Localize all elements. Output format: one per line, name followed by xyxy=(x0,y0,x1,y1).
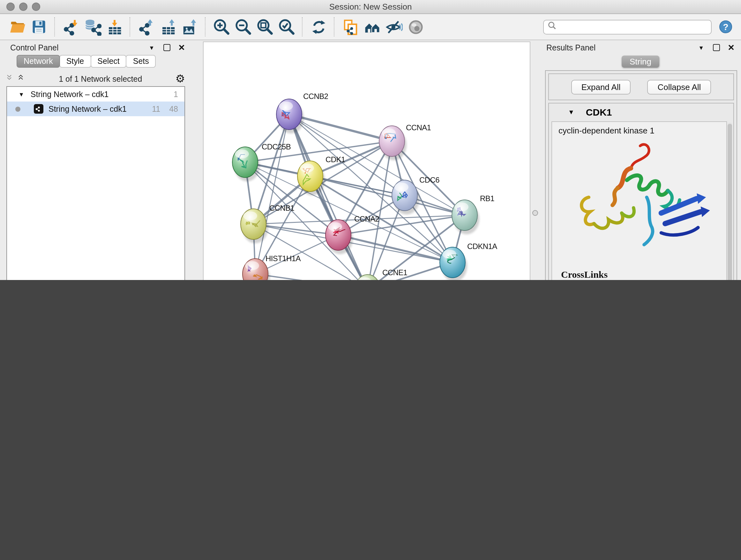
export-image-icon[interactable] xyxy=(179,16,200,38)
network-node-CDKN1A[interactable]: CDKN1A xyxy=(440,242,497,278)
zoom-fit-icon[interactable] xyxy=(254,16,276,38)
toolbar-separator xyxy=(130,17,131,37)
svg-text:CCNA2: CCNA2 xyxy=(354,214,380,223)
close-panel-icon[interactable]: ✕ xyxy=(178,43,185,52)
svg-text:CDKN1A: CDKN1A xyxy=(467,242,497,251)
network-edge-CDK1-RB1[interactable] xyxy=(310,176,465,215)
network-tree: ▼ String Network – cdk1 1 String Network… xyxy=(6,86,185,280)
section-collapse-icon[interactable]: ▼ xyxy=(568,108,575,115)
close-panel-icon[interactable]: ✕ xyxy=(728,43,735,52)
expand-all-icon[interactable] xyxy=(18,73,25,85)
toolbar-icons xyxy=(6,16,426,38)
title-bar: Session: New Session xyxy=(0,0,741,14)
tab-style[interactable]: Style xyxy=(59,55,91,68)
search-icon xyxy=(548,21,556,33)
control-panel: Control Panel ▼ ✕ NetworkStyleSelectSets… xyxy=(0,42,192,280)
protein-name: CDK1 xyxy=(586,106,612,117)
results-button-row: Expand All Collapse All xyxy=(548,73,734,100)
import-table-icon[interactable] xyxy=(104,16,125,38)
main-toolbar: ? xyxy=(0,14,741,40)
tree-expand-icon[interactable]: ▼ xyxy=(18,91,24,98)
refresh-icon[interactable] xyxy=(308,16,329,38)
export-network-icon[interactable] xyxy=(135,16,157,38)
toolbar-separator xyxy=(302,17,303,37)
svg-text:CDK1: CDK1 xyxy=(326,155,345,164)
results-scrollbar[interactable] xyxy=(728,123,732,280)
selection-summary: 1 of 1 Network selected xyxy=(25,75,176,84)
share-icon xyxy=(35,105,42,113)
search-box[interactable] xyxy=(543,19,712,34)
zoom-in-icon[interactable] xyxy=(211,16,232,38)
show-all-icon[interactable] xyxy=(405,16,426,38)
tab-select[interactable]: Select xyxy=(90,55,127,68)
results-panel: Results Panel ▼ ✕ String Expand All Coll… xyxy=(540,42,741,280)
protein-description: cyclin-dependent kinase 1 xyxy=(552,122,726,135)
panel-menu-icon[interactable]: ▼ xyxy=(149,44,154,51)
network-row[interactable]: String Network – cdk1 11 48 xyxy=(7,102,185,116)
tab-sets[interactable]: Sets xyxy=(126,55,156,68)
group-nodes-icon[interactable] xyxy=(361,16,383,38)
zoom-selected-icon[interactable] xyxy=(276,16,297,38)
network-node-CCNE1[interactable]: CCNE1 xyxy=(355,268,408,280)
export-table-icon[interactable] xyxy=(157,16,179,38)
save-icon[interactable] xyxy=(28,16,50,38)
expand-all-button[interactable]: Expand All xyxy=(571,79,631,94)
svg-text:CCNB2: CCNB2 xyxy=(303,92,328,101)
protein-structure-image xyxy=(561,137,726,264)
collapse-all-icon[interactable] xyxy=(6,73,14,85)
search-input[interactable] xyxy=(559,22,707,32)
application-window: Session: New Session ? Control Panel xyxy=(0,0,741,280)
svg-text:CCNE1: CCNE1 xyxy=(382,268,408,277)
results-content: Expand All Collapse All ▼ CDK1 cyclin-de… xyxy=(545,70,737,280)
tab-network[interactable]: Network xyxy=(17,55,60,68)
duplicate-network-icon[interactable] xyxy=(340,16,361,38)
network-type-icon xyxy=(34,104,44,114)
tab-string[interactable]: String xyxy=(621,56,660,68)
svg-text:CDC25B: CDC25B xyxy=(262,142,291,151)
collection-label: String Network – cdk1 xyxy=(30,90,109,99)
network-node-RB1[interactable]: RB1 xyxy=(452,194,494,231)
panel-menu-icon[interactable]: ▼ xyxy=(698,44,704,51)
float-panel-icon[interactable] xyxy=(163,44,171,51)
network-label: String Network – cdk1 xyxy=(49,105,127,113)
network-collection-row[interactable]: ▼ String Network – cdk1 1 xyxy=(7,87,185,102)
protein-details: cyclin-dependent kinase 1 CrossLinks Uni… xyxy=(551,121,727,280)
toolbar-separator xyxy=(54,17,56,37)
float-panel-icon[interactable] xyxy=(713,44,720,51)
svg-text:RB1: RB1 xyxy=(480,194,494,203)
import-database-icon[interactable] xyxy=(82,16,104,38)
network-selection-row: 1 of 1 Network selected ⚙ xyxy=(0,72,192,86)
svg-text:CDC6: CDC6 xyxy=(419,176,440,184)
network-node-CCNB1[interactable]: CCNB1 xyxy=(241,204,294,240)
svg-text:CCNA1: CCNA1 xyxy=(406,123,431,132)
network-status-dot xyxy=(15,106,20,111)
gear-icon[interactable]: ⚙ xyxy=(176,73,185,85)
window-title: Session: New Session xyxy=(0,2,741,11)
svg-text:HIST1H1A: HIST1H1A xyxy=(266,254,300,263)
crosslinks-title: CrossLinks xyxy=(561,269,726,280)
control-panel-title: Control Panel xyxy=(10,43,59,52)
toolbar-separator xyxy=(334,17,335,37)
collection-count: 1 xyxy=(174,90,178,99)
zoom-out-icon[interactable] xyxy=(232,16,254,38)
network-view-panel: CCNB2 CCNA1 CDC25B CDK1 CDC6 RB1 CCNB1 C… xyxy=(203,42,530,280)
toolbar-separator xyxy=(205,17,206,37)
protein-section: ▼ CDK1 cyclin-dependent kinase 1 CrossLi… xyxy=(548,103,734,280)
hide-selected-icon[interactable] xyxy=(383,16,405,38)
network-edge-CCNB2-HIST1H1A[interactable] xyxy=(255,114,289,274)
svg-text:CCNB1: CCNB1 xyxy=(269,204,294,212)
splitter-handle-right[interactable] xyxy=(532,210,538,216)
network-canvas[interactable]: CCNB2 CCNA1 CDC25B CDK1 CDC6 RB1 CCNB1 C… xyxy=(203,42,530,280)
results-panel-title: Results Panel xyxy=(546,43,596,52)
network-edge-HIST1H1A-CCNE1[interactable] xyxy=(255,274,367,280)
open-icon[interactable] xyxy=(6,16,28,38)
edge-count: 48 xyxy=(169,105,178,113)
protein-section-header[interactable]: ▼ CDK1 xyxy=(549,104,733,120)
node-count: 11 xyxy=(152,105,160,113)
control-panel-tabs: NetworkStyleSelectSets xyxy=(17,55,192,68)
import-network-icon[interactable] xyxy=(60,16,82,38)
network-edge-CCNB2-CCNE1[interactable] xyxy=(289,114,367,280)
help-icon[interactable]: ? xyxy=(719,20,732,33)
collapse-all-button[interactable]: Collapse All xyxy=(648,79,711,94)
